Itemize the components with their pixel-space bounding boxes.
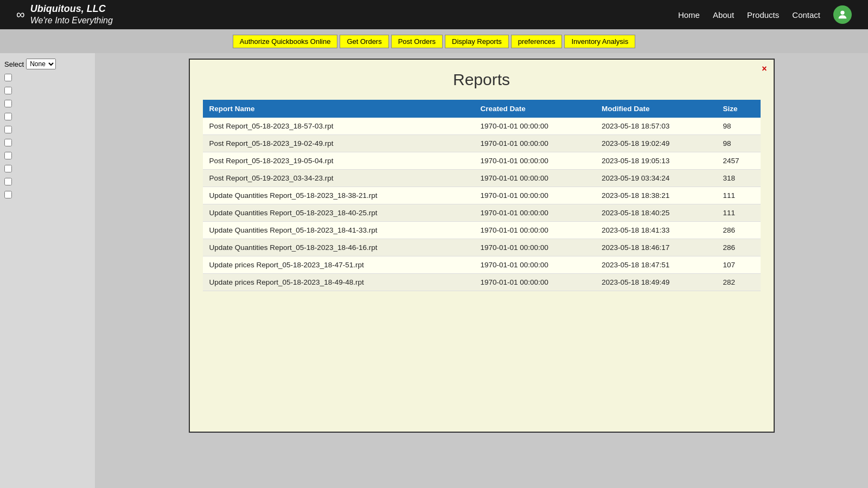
cell-modified-date: 2023-05-18 18:38:21	[595, 187, 717, 204]
cell-created-date: 1970-01-01 00:00:00	[474, 187, 595, 204]
col-header-modified-date: Modified Date	[595, 100, 717, 118]
sidebar: Select None All	[0, 53, 95, 488]
table-row[interactable]: Post Report_05-18-2023_18-57-03.rpt1970-…	[203, 118, 761, 135]
cell-created-date: 1970-01-01 00:00:00	[474, 204, 595, 222]
cell-created-date: 1970-01-01 00:00:00	[474, 274, 595, 291]
cell-size: 111	[717, 204, 761, 222]
cell-created-date: 1970-01-01 00:00:00	[474, 239, 595, 256]
reports-modal: × Reports Report Name Created Date Modif…	[189, 59, 775, 433]
cell-modified-date: 2023-05-18 19:05:13	[595, 152, 717, 170]
table-row[interactable]: Post Report_05-18-2023_19-02-49.rpt1970-…	[203, 135, 761, 152]
sidebar-checkbox-row-3	[4, 100, 91, 107]
display-reports-btn[interactable]: Display Reports	[445, 35, 509, 48]
cell-report-name: Update Quantities Report_05-18-2023_18-4…	[203, 222, 474, 239]
sidebar-checkbox-8[interactable]	[4, 165, 12, 172]
col-header-size: Size	[717, 100, 761, 118]
sidebar-checkbox-10[interactable]	[4, 191, 12, 198]
reports-table: Report Name Created Date Modified Date S…	[203, 100, 761, 291]
nav-products[interactable]: Products	[747, 10, 779, 20]
modal-close-button[interactable]: ×	[762, 64, 767, 74]
cell-report-name: Post Report_05-18-2023_19-05-04.rpt	[203, 152, 474, 170]
table-header-row: Report Name Created Date Modified Date S…	[203, 100, 761, 118]
cell-size: 318	[717, 170, 761, 187]
nav-about[interactable]: About	[713, 10, 734, 20]
cell-created-date: 1970-01-01 00:00:00	[474, 152, 595, 170]
sidebar-checkbox-7[interactable]	[4, 152, 12, 159]
table-row[interactable]: Update Quantities Report_05-18-2023_18-4…	[203, 239, 761, 256]
table-row[interactable]: Update prices Report_05-18-2023_18-49-48…	[203, 274, 761, 291]
brand-icon: ∞	[16, 8, 25, 22]
brand-tagline: We're Into Everything	[30, 15, 113, 27]
sidebar-checkbox-9[interactable]	[4, 178, 12, 185]
svg-point-0	[840, 11, 844, 15]
sidebar-checkbox-row-1	[4, 74, 91, 81]
cell-created-date: 1970-01-01 00:00:00	[474, 222, 595, 239]
top-nav: ∞ Ubiquitous, LLC We're Into Everything …	[0, 0, 868, 29]
table-row[interactable]: Post Report_05-19-2023_03-34-23.rpt1970-…	[203, 170, 761, 187]
sidebar-select[interactable]: None All	[26, 59, 56, 69]
brand: ∞ Ubiquitous, LLC We're Into Everything	[16, 3, 113, 27]
cell-size: 111	[717, 187, 761, 204]
table-row[interactable]: Update prices Report_05-18-2023_18-47-51…	[203, 256, 761, 274]
cell-created-date: 1970-01-01 00:00:00	[474, 170, 595, 187]
user-avatar[interactable]	[833, 5, 852, 24]
sidebar-checkbox-row-9	[4, 178, 91, 185]
preferences-btn[interactable]: preferences	[511, 35, 563, 48]
cell-size: 98	[717, 118, 761, 135]
modal-area: × Reports Report Name Created Date Modif…	[95, 53, 868, 488]
sidebar-checkbox-row-8	[4, 165, 91, 172]
sidebar-checkbox-2[interactable]	[4, 87, 12, 94]
cell-size: 286	[717, 222, 761, 239]
table-row[interactable]: Update Quantities Report_05-18-2023_18-4…	[203, 204, 761, 222]
sidebar-checkbox-5[interactable]	[4, 126, 12, 133]
table-row[interactable]: Post Report_05-18-2023_19-05-04.rpt1970-…	[203, 152, 761, 170]
content-area: Select None All × Reports	[0, 53, 868, 488]
sidebar-checkbox-3[interactable]	[4, 100, 12, 107]
cell-created-date: 1970-01-01 00:00:00	[474, 118, 595, 135]
cell-size: 107	[717, 256, 761, 274]
nav-contact[interactable]: Contact	[792, 10, 820, 20]
cell-size: 2457	[717, 152, 761, 170]
cell-modified-date: 2023-05-18 18:41:33	[595, 222, 717, 239]
sidebar-select-label: Select	[4, 60, 24, 68]
sidebar-checkbox-row-7	[4, 152, 91, 159]
table-row[interactable]: Update Quantities Report_05-18-2023_18-4…	[203, 222, 761, 239]
table-row[interactable]: Update Quantities Report_05-18-2023_18-3…	[203, 187, 761, 204]
cell-modified-date: 2023-05-18 18:57:03	[595, 118, 717, 135]
sidebar-checkbox-4[interactable]	[4, 113, 12, 120]
cell-modified-date: 2023-05-18 18:47:51	[595, 256, 717, 274]
cell-report-name: Update prices Report_05-18-2023_18-47-51…	[203, 256, 474, 274]
cell-report-name: Post Report_05-18-2023_19-02-49.rpt	[203, 135, 474, 152]
cell-modified-date: 2023-05-18 18:46:17	[595, 239, 717, 256]
brand-name: Ubiquitous, LLC	[30, 3, 113, 15]
cell-created-date: 1970-01-01 00:00:00	[474, 256, 595, 274]
sidebar-checkbox-row-6	[4, 139, 91, 146]
toolbar: Authorize Quickbooks Online Get Orders P…	[0, 29, 868, 53]
authorize-quickbooks-btn[interactable]: Authorize Quickbooks Online	[233, 35, 338, 48]
sidebar-checkbox-row-10	[4, 191, 91, 198]
sidebar-checkbox-row-2	[4, 87, 91, 94]
cell-report-name: Update Quantities Report_05-18-2023_18-4…	[203, 204, 474, 222]
sidebar-checkbox-row-4	[4, 113, 91, 120]
cell-created-date: 1970-01-01 00:00:00	[474, 135, 595, 152]
sidebar-checkbox-1[interactable]	[4, 74, 12, 81]
main-nav: Home About Products Contact	[678, 5, 852, 24]
get-orders-btn[interactable]: Get Orders	[340, 35, 388, 48]
cell-modified-date: 2023-05-18 18:49:49	[595, 274, 717, 291]
cell-size: 98	[717, 135, 761, 152]
cell-size: 282	[717, 274, 761, 291]
cell-size: 286	[717, 239, 761, 256]
col-header-report-name: Report Name	[203, 100, 474, 118]
inventory-analysis-btn[interactable]: Inventory Analysis	[564, 35, 635, 48]
modal-title: Reports	[203, 70, 761, 89]
cell-report-name: Update Quantities Report_05-18-2023_18-4…	[203, 239, 474, 256]
cell-report-name: Update Quantities Report_05-18-2023_18-3…	[203, 187, 474, 204]
sidebar-checkbox-6[interactable]	[4, 139, 12, 146]
post-orders-btn[interactable]: Post Orders	[391, 35, 443, 48]
cell-modified-date: 2023-05-18 18:40:25	[595, 204, 717, 222]
cell-modified-date: 2023-05-18 19:02:49	[595, 135, 717, 152]
sidebar-select-row: Select None All	[4, 59, 91, 69]
nav-home[interactable]: Home	[678, 10, 700, 20]
cell-report-name: Update prices Report_05-18-2023_18-49-48…	[203, 274, 474, 291]
sidebar-checkbox-row-5	[4, 126, 91, 133]
